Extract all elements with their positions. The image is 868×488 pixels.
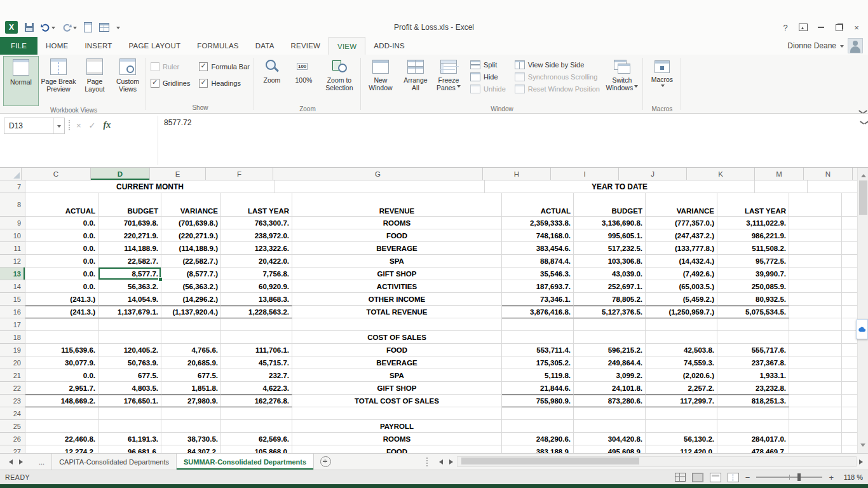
scroll-up-icon[interactable] — [861, 172, 866, 177]
cell-C17[interactable] — [25, 318, 98, 331]
row-header-26[interactable]: 26 — [0, 433, 25, 445]
cell-I22[interactable]: 24,101.8. — [574, 382, 646, 395]
cell-N27[interactable] — [842, 445, 857, 453]
cell-M11[interactable] — [789, 242, 842, 255]
view-page-layout-button[interactable] — [710, 473, 721, 482]
tab-insert[interactable]: INSERT — [76, 37, 120, 55]
cell-D24[interactable] — [98, 407, 161, 420]
row-header-16[interactable]: 16 — [0, 306, 25, 318]
synchronous-scrolling-button[interactable]: Synchronous Scrolling — [513, 72, 602, 82]
cell-G9[interactable]: ROOMS — [292, 217, 502, 229]
cell-E19[interactable]: 4,765.6. — [161, 344, 221, 356]
cell-J23[interactable]: 117,299.7. — [646, 395, 717, 407]
cell-C22[interactable]: 2,951.7. — [25, 382, 98, 395]
tab-file[interactable]: FILE — [0, 37, 37, 55]
cell-J12[interactable]: (14,432.4.) — [646, 255, 717, 268]
cell-G27[interactable]: FOOD — [292, 445, 502, 453]
ribbon-display-options-button[interactable] — [794, 20, 812, 34]
cell-G18[interactable]: COST OF SALES — [292, 331, 502, 344]
cell-F15[interactable]: 13,868.3. — [221, 293, 292, 306]
cell-G13[interactable]: GIFT SHOP — [292, 268, 502, 280]
cell-C27[interactable]: 12,274.2. — [25, 445, 98, 453]
row-header-13[interactable]: 13 — [0, 268, 25, 280]
cell-M20[interactable] — [789, 356, 842, 369]
cell-J11[interactable]: (133,777.8.) — [646, 242, 717, 255]
cell-M23[interactable] — [789, 395, 842, 407]
view-normal-button[interactable] — [692, 473, 703, 482]
cell-G10[interactable]: FOOD — [292, 229, 502, 242]
cell-F21[interactable]: 232.7. — [221, 369, 292, 382]
cell-H23[interactable]: 755,980.9. — [502, 395, 574, 407]
cell-N14[interactable] — [842, 280, 857, 293]
cell-H22[interactable]: 21,844.6. — [502, 382, 574, 395]
cell-M10[interactable] — [789, 229, 842, 242]
cell-K23[interactable]: 818,251.3. — [717, 395, 789, 407]
cell-I23[interactable]: 873,280.6. — [574, 395, 646, 407]
zoom-out-button[interactable]: − — [745, 473, 750, 482]
column-header-E[interactable]: E — [150, 168, 206, 180]
view-page-break-button[interactable] — [728, 473, 739, 482]
cell-I15[interactable]: 78,805.2. — [574, 293, 646, 306]
cell-I17[interactable] — [574, 318, 646, 331]
cell-G22[interactable]: GIFT SHOP — [292, 382, 502, 395]
cell-C21[interactable]: 0.0. — [25, 369, 98, 382]
cell-H26[interactable]: 248,290.6. — [502, 433, 574, 445]
cell-N18[interactable] — [842, 331, 857, 344]
cell-E11[interactable]: (114,188.9.) — [161, 242, 221, 255]
cell-I16[interactable]: 5,127,376.5. — [574, 306, 646, 318]
cell-F16[interactable]: 1,228,563.2. — [221, 306, 292, 318]
cell-F14[interactable]: 60,920.9. — [221, 280, 292, 293]
cell-J22[interactable]: 2,257.2. — [646, 382, 717, 395]
cell-K13[interactable]: 39,990.7. — [717, 268, 789, 280]
cell-D11[interactable]: 114,188.9. — [98, 242, 161, 255]
cell-E25[interactable] — [161, 420, 221, 433]
tab-scroll-splitter[interactable] — [426, 458, 428, 466]
status-grid-icon[interactable] — [675, 473, 686, 482]
cell-G11[interactable]: BEVERAGE — [292, 242, 502, 255]
cell-D14[interactable]: 56,363.2. — [98, 280, 161, 293]
cell-I25[interactable] — [574, 420, 646, 433]
cancel-entry-button[interactable]: × — [76, 121, 81, 130]
cell-J21[interactable]: (2,020.6.) — [646, 369, 717, 382]
cell-K27[interactable]: 478,469.7. — [717, 445, 789, 453]
row-header-22[interactable]: 22 — [0, 382, 25, 395]
cell-I26[interactable]: 304,420.8. — [574, 433, 646, 445]
cell-E14[interactable]: (56,363.2.) — [161, 280, 221, 293]
cell-D27[interactable]: 96,681.6. — [98, 445, 161, 453]
cell-N8[interactable] — [842, 193, 857, 217]
cell-M18[interactable] — [789, 331, 842, 344]
cell-F23[interactable]: 162,276.8. — [221, 395, 292, 407]
name-box[interactable]: D13 — [4, 118, 65, 134]
cell-I9[interactable]: 3,136,690.8. — [574, 217, 646, 229]
split-button[interactable]: Split — [468, 60, 508, 70]
cell-K12[interactable]: 95,772.5. — [717, 255, 789, 268]
switch-windows-button[interactable]: Switch Windows — [603, 56, 641, 105]
cell-M24[interactable] — [789, 407, 842, 420]
cell-M16[interactable] — [789, 306, 842, 318]
hscroll-right-end-icon[interactable] — [859, 459, 865, 464]
macros-button[interactable]: Macros — [645, 56, 679, 105]
cell-I12[interactable]: 103,306.8. — [574, 255, 646, 268]
vertical-scrollbar-thumb[interactable] — [859, 180, 867, 215]
cell-I20[interactable]: 249,864.4. — [574, 356, 646, 369]
cell-N11[interactable] — [842, 242, 857, 255]
cell-F17[interactable] — [221, 318, 292, 331]
cell-G7[interactable] — [275, 180, 485, 193]
scroll-down-icon[interactable] — [860, 444, 865, 449]
cell-M13[interactable] — [789, 268, 842, 280]
cell-N21[interactable] — [842, 369, 857, 382]
cell-C24[interactable] — [25, 407, 98, 420]
new-window-button[interactable]: New Window — [363, 56, 398, 105]
cell-J19[interactable]: 42,503.8. — [646, 344, 717, 356]
row-header-19[interactable]: 19 — [0, 344, 25, 356]
cell-M14[interactable] — [789, 280, 842, 293]
reset-window-position-button[interactable]: Reset Window Position — [513, 84, 602, 94]
cell-H17[interactable] — [502, 318, 574, 331]
page-break-preview-button[interactable]: Page Break Preview — [39, 56, 78, 105]
cell-F24[interactable] — [221, 407, 292, 420]
cell-I8[interactable]: BUDGET — [574, 193, 646, 217]
help-button[interactable]: ? — [776, 20, 794, 34]
row-header-23[interactable]: 23 — [0, 395, 25, 407]
column-header-K[interactable]: K — [687, 168, 755, 180]
cell-J16[interactable]: (1,250,959.7.) — [646, 306, 717, 318]
